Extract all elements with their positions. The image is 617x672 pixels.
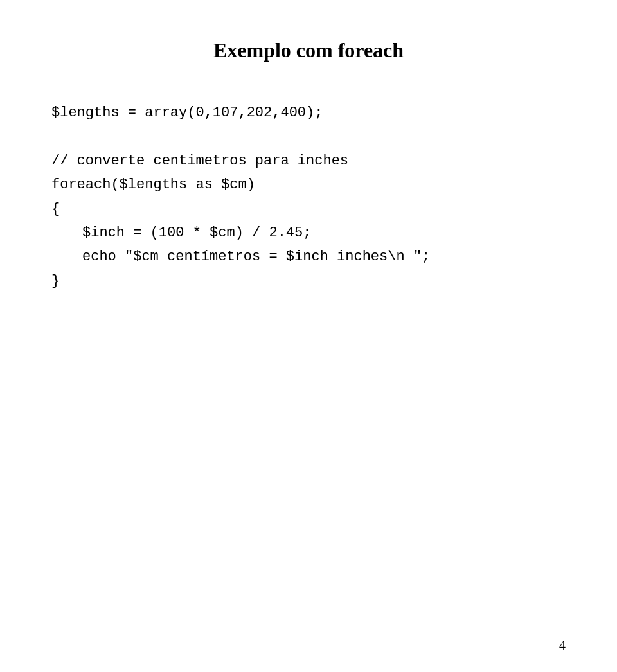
code-line-1: $lengths = array(0,107,202,400); bbox=[51, 101, 566, 125]
page-title: Exemplo com foreach bbox=[51, 39, 566, 62]
code-line-close: } bbox=[51, 269, 566, 293]
code-block: $lengths = array(0,107,202,400); // conv… bbox=[51, 101, 566, 293]
code-line-inch: $inch = (100 * $cm) / 2.45; bbox=[51, 221, 566, 245]
page-number: 4 bbox=[559, 638, 566, 653]
code-line-blank1 bbox=[51, 125, 566, 148]
code-line-foreach: foreach($lengths as $cm) bbox=[51, 173, 566, 197]
code-line-open: { bbox=[51, 197, 566, 221]
code-line-comment: // converte centimetros para inches bbox=[51, 149, 566, 173]
code-line-echo: echo "$cm centímetros = $inch inches\n "… bbox=[51, 245, 566, 269]
page-container: Exemplo com foreach $lengths = array(0,1… bbox=[0, 0, 617, 672]
